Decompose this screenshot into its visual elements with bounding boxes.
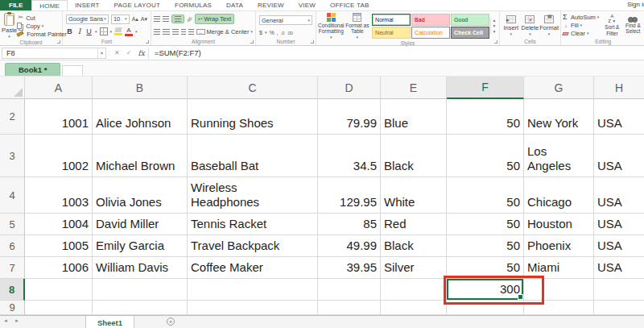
cancel-icon[interactable]: ✕	[111, 49, 123, 56]
cell-F9[interactable]	[447, 301, 524, 315]
increase-font-icon[interactable]: A▴	[132, 16, 138, 23]
styles-dialog-launcher-icon[interactable]	[494, 40, 497, 44]
cell-H8[interactable]	[594, 279, 644, 301]
copy-button[interactable]: Copy ▾	[17, 22, 67, 30]
sign-in-link[interactable]: Sign in	[627, 1, 644, 8]
cell-F7[interactable]: 50	[447, 257, 524, 279]
style-good[interactable]: Good	[451, 14, 489, 26]
decrease-indent-icon[interactable]	[181, 29, 186, 35]
decrease-decimal-icon[interactable]: .00	[287, 31, 293, 35]
tab-formulas[interactable]: FORMULAS	[167, 0, 219, 10]
cell-C5[interactable]: Tennis Racket	[188, 214, 318, 235]
insert-cells-button[interactable]: ◄ Insert ▾	[502, 15, 521, 36]
cell-A5[interactable]: 1004	[25, 214, 93, 235]
cell-F8-selected[interactable]: 300	[447, 279, 524, 301]
cell-B3[interactable]: Michael Brown	[93, 135, 188, 177]
style-neutral[interactable]: Neutral	[372, 27, 411, 39]
row-header-5[interactable]: 5	[0, 214, 25, 235]
tab-home[interactable]: HOME	[31, 0, 68, 10]
font-color-icon[interactable]: A	[125, 27, 133, 35]
decrease-font-icon[interactable]: A▾	[141, 16, 147, 23]
underline-button[interactable]: U	[85, 27, 93, 35]
align-middle-icon[interactable]	[163, 16, 169, 22]
orientation-icon[interactable]: ab	[186, 15, 193, 23]
accounting-format-icon[interactable]: $	[259, 30, 262, 35]
gallery-up-icon[interactable]: ▲	[493, 18, 497, 23]
cell-D3[interactable]: 34.5	[318, 135, 381, 177]
cell-G6[interactable]: Phoenix	[524, 235, 594, 257]
cell-B7[interactable]: William Davis	[93, 257, 188, 279]
col-header-F[interactable]: F	[447, 77, 524, 99]
increase-indent-icon[interactable]	[188, 29, 193, 35]
cell-E4[interactable]: White	[381, 177, 447, 214]
cell-C2[interactable]: Running Shoes	[188, 99, 318, 135]
cell-E3[interactable]: Black	[381, 135, 447, 177]
cell-G8[interactable]	[524, 279, 594, 301]
align-center-icon[interactable]	[163, 29, 169, 35]
cell-B6[interactable]: Emily Garcia	[93, 235, 188, 257]
cell-E7[interactable]: Silver	[381, 257, 447, 279]
increase-decimal-icon[interactable]: .0	[281, 31, 285, 35]
borders-icon[interactable]	[100, 27, 108, 35]
row-header-3[interactable]: 3	[0, 135, 25, 177]
alignment-dialog-launcher-icon[interactable]	[250, 40, 254, 44]
col-header-G[interactable]: G	[524, 77, 594, 99]
tab-page-layout[interactable]: PAGE LAYOUT	[107, 0, 167, 10]
cell-G7[interactable]: Miami	[524, 257, 594, 279]
cell-B4[interactable]: Olivia Jones	[93, 177, 188, 214]
cell-C6[interactable]: Travel Backpack	[188, 235, 318, 257]
paste-button[interactable]: Paste ▾	[2, 13, 17, 39]
row-header-9[interactable]: 9	[0, 301, 25, 315]
formula-input[interactable]: =SUM(F2:F7)	[148, 48, 644, 59]
sheet-tab-sheet1[interactable]: Sheet1	[85, 316, 134, 328]
cell-D9[interactable]	[318, 301, 381, 315]
tab-file[interactable]: FILE	[0, 0, 31, 10]
find-select-button[interactable]: Find & Select	[622, 13, 643, 38]
cell-G4[interactable]: Chicago	[524, 177, 594, 214]
font-dialog-launcher-icon[interactable]	[146, 40, 149, 44]
format-cells-button[interactable]: ▦ Format ▾	[539, 15, 559, 36]
font-color-dropdown-icon[interactable]: ▾	[135, 30, 138, 34]
delete-cells-button[interactable]: ✕ Delete ▾	[521, 15, 540, 36]
cell-H7[interactable]: USA	[594, 257, 644, 279]
row-header-2[interactable]: 2	[0, 99, 25, 135]
style-check-cell[interactable]: Check Cell	[451, 27, 489, 39]
tab-office-tab[interactable]: OFFICE TAB	[323, 0, 376, 10]
merge-center-button[interactable]: ↔ Merge & Center ▾	[196, 27, 253, 35]
cell-B5[interactable]: David Miller	[93, 214, 188, 235]
col-header-E[interactable]: E	[381, 77, 447, 99]
borders-dropdown-icon[interactable]: ▾	[110, 30, 113, 34]
cut-button[interactable]: ✂ Cut	[17, 14, 67, 22]
cell-D8[interactable]	[318, 279, 381, 301]
cell-A3[interactable]: 1002	[25, 135, 93, 177]
cell-G9[interactable]	[524, 301, 594, 315]
cell-B9[interactable]	[93, 301, 188, 315]
col-header-C[interactable]: C	[188, 77, 318, 99]
cell-H5[interactable]: USA	[594, 214, 644, 235]
cell-A8[interactable]	[25, 279, 93, 301]
align-right-icon[interactable]	[172, 29, 179, 35]
cell-G2[interactable]: New York	[524, 99, 594, 135]
cell-A6[interactable]: 1005	[25, 235, 93, 257]
row-header-7[interactable]: 7	[0, 257, 25, 279]
cell-G5[interactable]: Houston	[524, 214, 594, 235]
underline-dropdown-icon[interactable]: ▾	[95, 30, 97, 34]
cell-H3[interactable]: USA	[594, 135, 644, 177]
tab-data[interactable]: DATA	[219, 0, 250, 10]
cell-C8[interactable]	[188, 279, 318, 301]
font-family-select[interactable]: Google Sans ▾	[66, 15, 109, 24]
cell-C4[interactable]: Wireless Headphones	[188, 177, 318, 214]
cell-F4[interactable]: 50	[447, 177, 524, 214]
cell-G3[interactable]: Los Angeles	[524, 135, 594, 177]
gallery-down-icon[interactable]: ▼	[493, 23, 497, 28]
cell-D5[interactable]: 85	[318, 214, 381, 235]
select-all-corner[interactable]	[0, 77, 25, 99]
fill-color-icon[interactable]	[114, 27, 122, 35]
cell-D4[interactable]: 129.95	[318, 177, 381, 214]
cell-A9[interactable]	[25, 301, 93, 315]
cell-E9[interactable]	[381, 301, 447, 315]
autosum-button[interactable]: Σ AutoSum ▾	[563, 13, 599, 21]
italic-button[interactable]: I	[76, 27, 83, 35]
cell-B8[interactable]	[93, 279, 188, 301]
cell-E2[interactable]: Blue	[381, 99, 447, 135]
